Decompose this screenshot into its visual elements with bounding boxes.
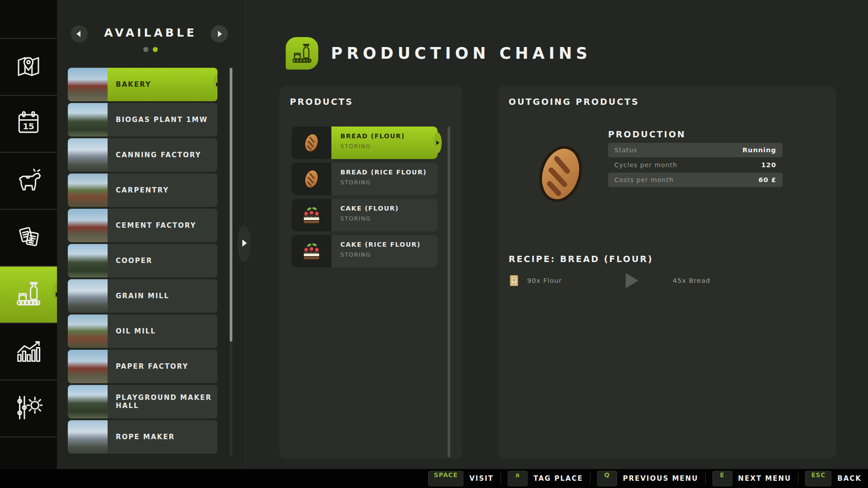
available-item[interactable]: ROPE MAKER [68,420,217,454]
product-status: STORING [340,179,438,186]
keycap: E [712,471,732,486]
building-thumbnail [68,209,108,242]
product-info: BREAD (RICE FLOUR)STORING [331,163,438,195]
available-item[interactable]: GRAIN MILL [68,279,217,313]
building-name: BIOGAS PLANT 1MW [108,103,217,136]
sidebar-item-animals[interactable] [0,153,57,210]
scrollbar-thumb[interactable] [230,68,232,342]
hotkey-action: NEXT MENU [738,474,792,483]
page-title: PRODUCTION CHAINS [286,37,591,70]
pagination-dots [57,47,244,52]
available-item[interactable]: BAKERY [68,68,217,101]
recipe-output: 45x Bread [673,277,710,284]
sidebar-spacer [0,0,57,39]
available-item[interactable]: CANNING FACTORY [68,138,217,172]
building-thumbnail [68,385,108,418]
pagination-dot-2[interactable] [153,47,158,52]
recipe-input: 90x Flour [527,277,626,284]
stat-value: 60 £ [759,176,776,183]
available-item[interactable]: BIOGAS PLANT 1MW [68,103,217,136]
hotkey-next-menu[interactable]: ENEXT MENU [712,471,792,486]
building-thumbnail [68,314,108,348]
calendar-day: 15 [23,122,34,131]
products-panel: PRODUCTS BREAD (FLOUR)STORINGBREAD (RICE… [279,86,462,459]
available-column: AVAILABLE BAKERYBIOGAS PLANT 1MWCANNING … [57,0,244,469]
hotkey-action: PREVIOUS MENU [623,474,698,483]
product-item[interactable]: BREAD (FLOUR)STORING [292,127,438,159]
sidebar-item-calendar[interactable]: 15 [0,96,57,153]
sidebar-item-map[interactable] [0,39,57,96]
products-scrollbar[interactable] [448,127,450,457]
available-item[interactable]: PLAYGROUND MAKER HALL [68,385,217,418]
scrollbar-thumb[interactable] [448,127,450,457]
available-item[interactable]: CARPENTRY [68,174,217,207]
available-item[interactable]: OIL MILL [68,314,217,348]
production-icon [14,280,42,310]
production-chains-icon [286,37,318,70]
key-name: SPACE [434,471,458,479]
outgoing-heading: OUTGOING PRODUCTS [509,97,639,107]
product-info: BREAD (FLOUR)STORING [331,127,438,159]
building-name: ROPE MAKER [108,420,217,454]
product-name: BREAD (FLOUR) [340,132,438,140]
building-name: CARPENTRY [108,174,217,207]
building-thumbnail [68,244,108,277]
production-table: StatusRunningCycles per month120Costs pe… [608,143,783,188]
available-item[interactable]: CEMENT FACTORY [68,209,217,242]
hotkey-tag-place[interactable]: aTAG PLACE [508,471,583,486]
cake-icon [292,235,331,267]
building-name: GRAIN MILL [108,279,217,313]
hotkey-bar: SPACEVISITaTAG PLACEQPREVIOUS MENUENEXT … [0,469,868,488]
bread-icon [650,273,663,288]
building-name: CANNING FACTORY [108,138,217,172]
building-name: COOPER [108,244,217,277]
recipe-heading: RECIPE: BREAD (FLOUR) [509,254,653,264]
pagination-dot-1[interactable] [143,47,148,52]
cow-icon [14,166,42,196]
recipe-row: 90x Flour 45x Bread [509,273,710,288]
sidebar-item-contracts[interactable] [0,210,57,267]
stat-value: 120 [761,161,776,169]
stat-row: Cycles per month120 [608,158,783,172]
available-scrollbar[interactable] [230,68,232,456]
product-status: STORING [340,215,438,222]
sidebar-item-statistics[interactable] [0,324,57,380]
documents-icon [14,223,42,253]
column-expander[interactable] [237,225,251,262]
production-chains-screen: 15 AVAILABLE BAKERYBIOGAS PLANT 1MWCANNI… [0,0,868,488]
building-name: BAKERY [108,68,217,101]
building-thumbnail [68,138,108,172]
sidebar-item-production[interactable] [0,267,57,324]
keycap: SPACE [428,471,463,486]
product-item[interactable]: BREAD (RICE FLOUR)STORING [292,163,438,195]
building-name: PAPER FACTORY [108,350,217,383]
selected-bump [434,132,442,153]
product-list: BREAD (FLOUR)STORINGBREAD (RICE FLOUR)ST… [292,127,438,271]
available-title: AVAILABLE [57,26,244,39]
product-item[interactable]: CAKE (RICE FLOUR)STORING [292,235,438,267]
key-name: E [720,471,724,479]
hotkey-back[interactable]: ESCBACK [805,471,862,486]
hotkey-separator [500,473,501,484]
recipe-arrow-icon [626,273,638,288]
building-thumbnail [68,68,108,101]
stat-value: Running [742,146,776,154]
hotkey-previous-menu[interactable]: QPREVIOUS MENU [597,471,698,486]
hotkey-separator [798,473,798,484]
building-name: CEMENT FACTORY [108,209,217,242]
page-title-text: PRODUCTION CHAINS [331,44,591,62]
arrow-right-icon [216,82,217,87]
available-item[interactable]: COOPER [68,244,217,277]
available-item[interactable]: PAPER FACTORY [68,350,217,383]
hotkey-action: BACK [837,474,862,483]
hotkey-visit[interactable]: SPACEVISIT [428,471,494,486]
keycap: ESC [805,471,831,486]
building-name: PLAYGROUND MAKER HALL [108,385,217,418]
product-item[interactable]: CAKE (FLOUR)STORING [292,199,438,231]
cake-icon [292,199,331,231]
bread-icon [292,163,331,195]
building-thumbnail [68,350,108,383]
sidebar-item-finances[interactable] [0,380,57,437]
hotkey-action: TAG PLACE [533,474,583,483]
stat-label: Cycles per month [614,161,677,169]
